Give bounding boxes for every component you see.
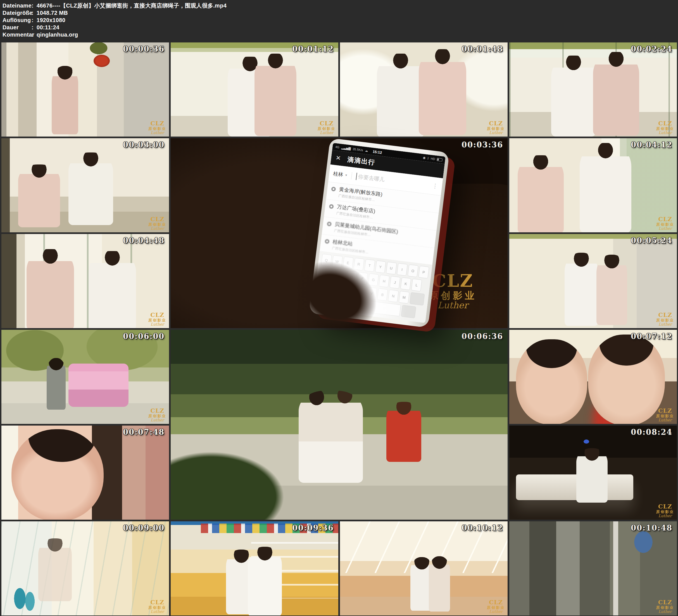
- clz-watermark: CLZ原创影业Luther: [656, 216, 674, 231]
- clz-watermark: CLZ原创影业Luther: [148, 312, 166, 326]
- timestamp-overlay: 00:10:48: [631, 524, 672, 532]
- thumbnail-car-woman-closeup: 00:07:48: [1, 426, 169, 519]
- timestamp-overlay: 00:07:12: [631, 332, 672, 341]
- thumbnail-two-women-standing-room: 00:05:24CLZ原创影业Luther: [509, 234, 677, 328]
- smartphone: 4G ▂▃▅▇ 35.5K/s ☁ 15:12 ◉ ᛒ HD ✕ 滴滴出行 桂林…: [309, 138, 450, 328]
- watermark-text: 原创影业: [656, 414, 674, 418]
- scene-accent: [299, 391, 363, 483]
- watermark-text: CLZ: [148, 599, 166, 606]
- keyboard-key: I: [397, 263, 408, 276]
- keyboard-key: L: [411, 279, 422, 292]
- meta-row-filename: Dateiname:46676----【CLZ原创】小艾捆绑逛街，直接大商店绑绳…: [2, 2, 678, 9]
- watermark-text: CLZ: [148, 312, 166, 318]
- thumbnail-supermarket-aisle: 00:09:36: [171, 521, 338, 615]
- timestamp-overlay: 00:04:48: [123, 236, 164, 245]
- location-icon: ◉: [423, 156, 426, 160]
- meta-value-comment: qinglanhua.org: [37, 32, 78, 38]
- thumbnail-bar-counter-two-women: 00:08:24CLZ原创影业Luther: [509, 426, 677, 519]
- chevron-down-icon: ▾: [345, 173, 347, 177]
- status-right-icons: ◉ ᛒ HD: [423, 156, 443, 162]
- meta-separator: :: [32, 10, 37, 16]
- scene-accent: [88, 251, 136, 328]
- search-results-list: 黄金海岸(解放东路)广西壮族自治区桂林市…万达广场(叠彩店)广西壮族自治区桂林市…: [320, 182, 441, 265]
- timestamp-overlay: 00:09:36: [292, 524, 334, 532]
- keyboard-key: N: [388, 290, 399, 302]
- watermark-text: 原创影业: [656, 127, 674, 131]
- city-selector: 桂林: [333, 170, 344, 178]
- scene-accent: [551, 55, 596, 137]
- battery-icon: [437, 158, 443, 161]
- scene-accent: [27, 249, 74, 328]
- thumbnail-bright-shop-counter: 00:09:00CLZ原创影业Luther: [1, 521, 169, 615]
- timestamp-overlay: 00:05:24: [631, 236, 672, 245]
- meta-value-filesize: 1048.72 MB: [37, 10, 68, 16]
- meta-value-duration: 00:11:24: [37, 24, 59, 31]
- scene-accent: [11, 429, 104, 519]
- watermark-text: Luther: [148, 322, 166, 326]
- watermark-text: Luther: [487, 610, 505, 614]
- keyboard-key: T: [364, 259, 375, 272]
- meta-value-filename: 46676----【CLZ原创】小艾捆绑逛街，直接大商店绑绳子，围观人很多.mp…: [37, 2, 227, 9]
- scene-accent: [69, 152, 113, 225]
- scene-accent: [52, 66, 78, 134]
- timestamp-overlay: 00:08:24: [631, 428, 672, 436]
- meta-row-comment: Kommentar:qinglanhua.org: [2, 31, 678, 38]
- meta-separator: :: [32, 24, 37, 31]
- more-icon: ⋮: [432, 182, 439, 190]
- watermark-text: 原创影业: [317, 127, 336, 131]
- watermark-text: 原创影业: [429, 291, 477, 301]
- scene-accent: [386, 402, 421, 462]
- watermark-text: Luther: [317, 131, 336, 135]
- scene-accent: [516, 339, 587, 424]
- meta-separator: :: [32, 17, 37, 24]
- scene-accent: [593, 52, 639, 136]
- watermark-text: Luther: [148, 610, 166, 614]
- download-speed: 35.5K/s: [352, 147, 363, 152]
- scene-accent: [576, 448, 608, 503]
- meta-separator: :: [32, 32, 37, 38]
- watermark-text: CLZ: [656, 120, 674, 127]
- watermark-text: Luther: [656, 610, 674, 614]
- watermark-text: 原创影业: [148, 318, 166, 322]
- watermark-text: Luther: [487, 131, 505, 135]
- watermark-text: 原创影业: [487, 606, 505, 610]
- watermark-text: CLZ: [148, 120, 166, 127]
- watermark-text: 原创影业: [656, 223, 674, 227]
- watermark-text: Luther: [656, 322, 674, 326]
- bluetooth-icon: ᛒ: [427, 156, 429, 160]
- scene-accent: [580, 143, 631, 232]
- clz-watermark: CLZ原创影业Luther: [487, 120, 505, 135]
- watermark-text: 原创影业: [656, 318, 674, 322]
- timestamp-overlay: 00:04:12: [631, 141, 672, 149]
- timestamp-overlay: 00:06:36: [461, 332, 503, 341]
- watermark-text: CLZ: [148, 408, 166, 414]
- watermark-text: CLZ: [656, 312, 674, 318]
- thumbnail-two-women-hair-fix: 00:01:48CLZ原创影业Luther: [340, 42, 507, 137]
- timestamp-overlay: 00:01:48: [461, 45, 503, 53]
- watermark-text: Luther: [656, 227, 674, 231]
- thumbnail-two-women-embrace: 00:01:12CLZ原创影业Luther: [171, 42, 338, 137]
- scene-accent: [47, 358, 66, 410]
- watermark-text: 原创影业: [487, 127, 505, 131]
- watermark-text: CLZ: [317, 120, 336, 127]
- timestamp-overlay: 00:03:00: [123, 141, 164, 149]
- network-label: 4G: [335, 145, 340, 149]
- clz-watermark: CLZ原创影业Luther: [656, 599, 674, 614]
- thumbnail-two-women-seated-chat: 00:04:48CLZ原创影业Luther: [1, 234, 169, 328]
- scene-accent: [518, 155, 564, 232]
- keyboard-key: [401, 305, 416, 318]
- meta-label: Auflösung: [2, 17, 32, 24]
- meta-label: Kommentar: [2, 32, 32, 38]
- scene-accent: [596, 255, 627, 325]
- clz-watermark: CLZ原创影业Luther: [148, 599, 166, 614]
- meta-row-duration: Dauer:00:11:24: [2, 24, 678, 31]
- close-icon: ✕: [335, 154, 341, 162]
- scene-accent: [255, 53, 296, 136]
- timestamp-overlay: 00:07:48: [123, 428, 164, 436]
- thumbnail-two-women-window: 00:02:24CLZ原创影业Luther: [509, 42, 677, 137]
- watermark-text: Luther: [656, 418, 674, 422]
- keyboard-key: H: [379, 275, 390, 287]
- watermark-text: 原创影业: [656, 606, 674, 610]
- keyboard-key: U: [386, 262, 397, 274]
- watermark-text: Luther: [656, 131, 674, 135]
